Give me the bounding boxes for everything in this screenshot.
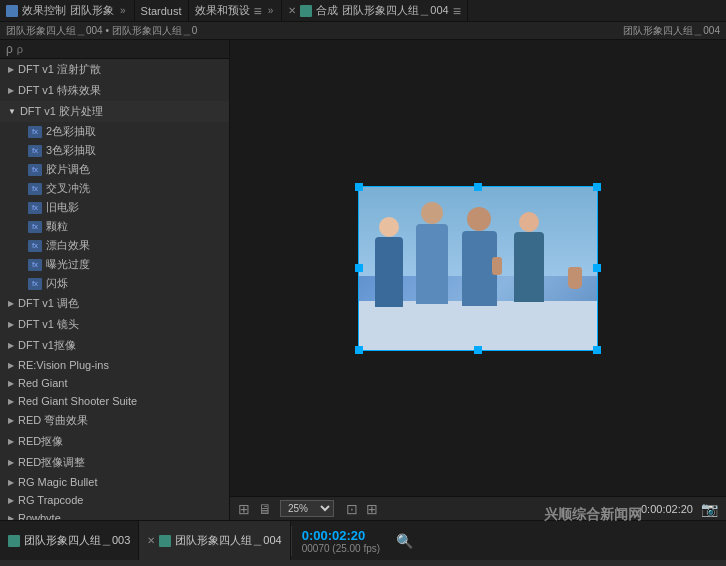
stardust-label: Stardust [141,5,182,17]
bottom-tab-label-2: 团队形象四人组＿004 [175,533,281,548]
search-icon: ρ [6,42,13,56]
effect-group-13[interactable]: ▶RG Trapcode [0,491,229,509]
effect-item-label: 闪烁 [46,276,68,291]
effect-group-6[interactable]: ▶RE:Vision Plug-ins [0,356,229,374]
triangle-icon: ▶ [8,478,14,487]
breadcrumb-row: 团队形象四人组＿004 • 团队形象四人组＿0 团队形象四人组＿004 [0,22,726,40]
effect-item-icon: fx [28,278,42,290]
thumb1 [492,257,502,275]
preview-area [230,40,726,496]
search-input[interactable] [17,43,223,55]
effect-item-label: 旧电影 [46,200,79,215]
search-box: ρ [0,40,229,59]
grid-icon: ⊞ [238,501,250,517]
handle-bm[interactable] [474,346,482,354]
effect-item-icon: fx [28,183,42,195]
effect-group-9[interactable]: ▶RED 弯曲效果 [0,410,229,431]
bottom-tab-label-1: 团队形象四人组＿003 [24,533,130,548]
effect-item-label: 2色彩抽取 [46,124,96,139]
triangle-icon: ▶ [8,458,14,467]
bottom-tab-icon-2 [159,535,171,547]
handle-tr[interactable] [593,183,601,191]
tab-comp-label2: 团队形象四人组＿004 [342,3,448,18]
effect-group-10[interactable]: ▶RED抠像 [0,431,229,452]
tab-composition[interactable]: ✕ 合成 团队形象四人组＿004 ≡ [282,0,468,21]
effect-group-12[interactable]: ▶RG Magic Bullet [0,473,229,491]
effect-group-2[interactable]: ▼DFT v1 胶片处理 [0,101,229,122]
zoom-select[interactable]: 25% 50% 100% [280,500,334,517]
handle-br[interactable] [593,346,601,354]
group-label: RED 弯曲效果 [18,413,88,428]
thumb2 [568,267,582,289]
triangle-icon: ▶ [8,416,14,425]
timecode-section: 0:00:02:20 00070 (25.00 fps) [291,526,390,556]
fps-label: 00070 (25.00 fps) [302,543,380,554]
tab-stardust[interactable]: Stardust [135,0,189,21]
triangle-icon: ▶ [8,437,14,446]
effect-item-icon: fx [28,202,42,214]
effect-group-1[interactable]: ▶DFT v1 特殊效果 [0,80,229,101]
body4 [514,232,544,302]
top-tab-bar: 效果控制 团队形象 » Stardust 效果和预设 ≡ » ✕ 合成 团队形象… [0,0,726,22]
bottom-section: 团队形象四人组＿003 ✕ 团队形象四人组＿004 0:00:02:20 000… [0,520,726,560]
right-bottom-bar: ⊞ 🖥 25% 50% 100% ⊡ ⊞ 0:00:02:20 📷 [230,496,726,520]
head3 [467,207,491,231]
effect-group-4[interactable]: ▶DFT v1 镜头 [0,314,229,335]
effect-group-5[interactable]: ▶DFT v1抠像 [0,335,229,356]
tab-effects-presets[interactable]: 效果和预设 ≡ » [189,0,283,21]
bottom-timecode: 0:00:02:20 [302,528,380,543]
group-label: RE:Vision Plug-ins [18,359,109,371]
handle-tm[interactable] [474,183,482,191]
effect-item-label: 颗粒 [46,219,68,234]
effect-item-2-8[interactable]: fx闪烁 [0,274,229,293]
group-label: RG Magic Bullet [18,476,97,488]
effect-group-3[interactable]: ▶DFT v1 调色 [0,293,229,314]
effect-group-7[interactable]: ▶Red Giant [0,374,229,392]
person2 [409,202,454,332]
group-label: DFT v1抠像 [18,338,76,353]
triangle-icon: ▶ [8,86,14,95]
effect-item-icon: fx [28,164,42,176]
effect-group-14[interactable]: ▶Rowbyte [0,509,229,520]
effect-group-0[interactable]: ▶DFT v1 渲射扩散 [0,59,229,80]
effect-item-2-1[interactable]: fx3色彩抽取 [0,141,229,160]
effect-item-2-4[interactable]: fx旧电影 [0,198,229,217]
triangle-icon: ▶ [8,514,14,521]
handle-tl[interactable] [355,183,363,191]
preview-image [358,186,598,351]
group-label: Red Giant [18,377,68,389]
effect-item-2-7[interactable]: fx曝光过度 [0,255,229,274]
right-panel: ⊞ 🖥 25% 50% 100% ⊡ ⊞ 0:00:02:20 📷 [230,40,726,520]
effects-presets-label: 效果和预设 [195,3,250,18]
effect-item-2-3[interactable]: fx交叉冲洗 [0,179,229,198]
effects-list: ▶DFT v1 渲射扩散▶DFT v1 特殊效果▼DFT v1 胶片处理fx2色… [0,59,229,520]
preview-photo [359,187,597,350]
tab-effects-control[interactable]: 效果控制 团队形象 » [0,0,135,21]
bottom-search-icon: 🔍 [396,533,413,549]
effect-item-label: 胶片调色 [46,162,90,177]
effect-item-2-6[interactable]: fx漂白效果 [0,236,229,255]
body2 [416,224,448,304]
tab-close-left[interactable]: ✕ [288,5,296,16]
bottom-tab-003[interactable]: 团队形象四人组＿003 [0,521,139,560]
handle-ml[interactable] [355,264,363,272]
tab-chevron2: » [266,5,276,16]
effects-presets-menu-icon[interactable]: ≡ [254,3,262,19]
group-label: RED抠像 [18,434,63,449]
bottom-tab-004[interactable]: ✕ 团队形象四人组＿004 [139,521,290,560]
group-label: DFT v1 渲射扩散 [18,62,101,77]
effect-item-2-5[interactable]: fx颗粒 [0,217,229,236]
handle-bl[interactable] [355,346,363,354]
triangle-icon: ▶ [8,379,14,388]
effect-group-11[interactable]: ▶RED抠像调整 [0,452,229,473]
group-label: RED抠像调整 [18,455,85,470]
comp-menu-icon[interactable]: ≡ [453,3,461,19]
effect-item-2-2[interactable]: fx胶片调色 [0,160,229,179]
handle-mr[interactable] [593,264,601,272]
person4 [509,212,549,332]
bottom-tab-close[interactable]: ✕ [147,535,155,546]
camera-icon: 📷 [701,501,718,517]
effect-group-8[interactable]: ▶Red Giant Shooter Suite [0,392,229,410]
effect-item-2-0[interactable]: fx2色彩抽取 [0,122,229,141]
effect-item-icon: fx [28,126,42,138]
